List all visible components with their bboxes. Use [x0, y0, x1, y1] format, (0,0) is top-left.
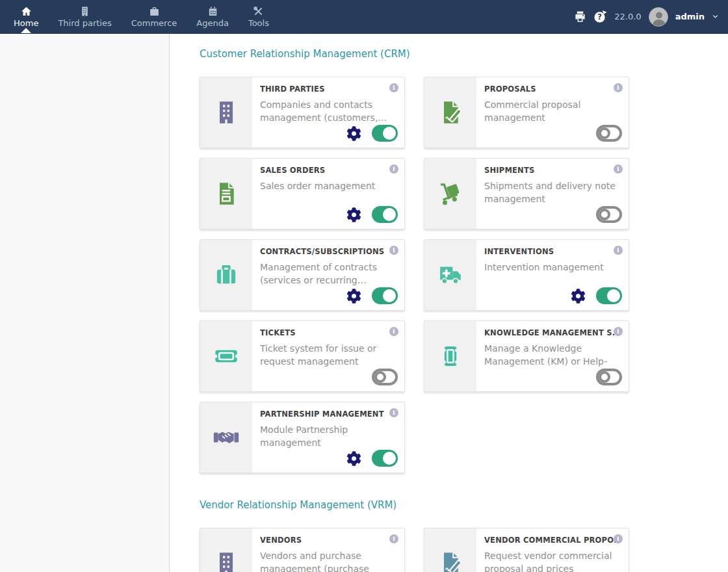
building-icon	[79, 6, 90, 17]
module-title: SHIPMENTS	[484, 166, 621, 175]
module-description: Sales order management	[260, 179, 396, 192]
module-description: Commercial proposal management	[484, 98, 621, 124]
module-icon	[200, 77, 252, 148]
section-title: Customer Relationship Management (CRM)	[200, 48, 728, 60]
module-description: Companies and contacts management (custo…	[260, 98, 396, 124]
main-menu: Home Third parties Commerce Agenda Tools	[0, 0, 279, 33]
module-icon	[200, 528, 252, 572]
dolly-icon	[437, 181, 463, 207]
module-icon	[424, 77, 476, 148]
settings-gear-icon[interactable]	[346, 289, 361, 304]
module-card-body: INTERVENTIONS i Intervention management	[476, 240, 629, 310]
section-title: Vendor Relationship Management (VRM)	[200, 499, 728, 511]
module-toggle[interactable]	[372, 450, 398, 467]
info-icon[interactable]: i	[389, 83, 398, 92]
module-icon	[424, 240, 476, 310]
module-card-body: VENDOR COMMERCIAL PROPO... i Request ven…	[476, 528, 629, 572]
module-icon	[200, 321, 252, 391]
module-description: Module Partnership management	[260, 423, 396, 449]
ticket-vertical-icon	[437, 343, 463, 369]
module-section: Customer Relationship Management (CRM) T…	[200, 48, 728, 473]
module-title: PARTNERSHIP MANAGEMENT	[260, 410, 396, 419]
toggle-knob	[607, 289, 620, 302]
module-card: VENDOR COMMERCIAL PROPO... i Request ven…	[424, 528, 629, 572]
nav-item-tools[interactable]: Tools	[239, 0, 279, 33]
user-menu[interactable]: admin	[675, 12, 705, 21]
avatar[interactable]	[649, 7, 668, 27]
chevron-down-icon[interactable]	[712, 13, 719, 20]
module-description: Vendors and purchase management (purchas…	[260, 549, 396, 572]
module-card-footer	[346, 125, 398, 142]
module-description: Ticket system for issue or request manag…	[260, 342, 396, 368]
module-card-body: SALES ORDERS i Sales order management	[252, 159, 404, 229]
info-icon[interactable]: i	[614, 246, 623, 255]
nav-item-home[interactable]: Home	[4, 0, 48, 33]
info-icon[interactable]: i	[614, 534, 623, 543]
top-navbar: Home Third parties Commerce Agenda Tools…	[0, 0, 728, 34]
toggle-knob	[383, 127, 396, 140]
info-icon[interactable]: i	[614, 164, 623, 174]
module-card-body: KNOWLEDGE MANAGEMENT S... i Manage a Kno…	[476, 321, 629, 391]
module-card: KNOWLEDGE MANAGEMENT S... i Manage a Kno…	[424, 320, 629, 392]
module-toggle[interactable]	[372, 206, 398, 223]
tools-icon	[253, 6, 264, 17]
module-card-footer	[596, 369, 622, 385]
help-icon[interactable]	[593, 10, 607, 23]
module-toggle[interactable]	[596, 206, 622, 223]
module-card-body: TICKETS i Ticket system for issue or req…	[252, 321, 404, 391]
building-icon	[213, 99, 239, 125]
module-grid: VENDORS i Vendors and purchase managemen…	[200, 528, 728, 572]
module-card-footer	[372, 369, 398, 385]
module-card-body: THIRD PARTIES i Companies and contacts m…	[252, 77, 404, 148]
info-icon[interactable]: i	[614, 327, 623, 336]
module-toggle[interactable]	[596, 369, 622, 385]
truck-medical-icon	[437, 262, 463, 288]
toggle-knob	[383, 289, 396, 302]
nav-item-commerce[interactable]: Commerce	[122, 0, 187, 33]
module-card-body: PARTNERSHIP MANAGEMENT i Module Partners…	[252, 402, 404, 473]
building-icon	[213, 551, 239, 572]
navbar-right: 22.0.0 admin	[574, 0, 728, 33]
info-icon[interactable]: i	[614, 83, 623, 92]
settings-gear-icon[interactable]	[346, 126, 361, 141]
module-card: VENDORS i Vendors and purchase managemen…	[200, 528, 405, 572]
settings-gear-icon[interactable]	[346, 207, 361, 222]
module-toggle[interactable]	[372, 287, 398, 304]
module-toggle[interactable]	[372, 125, 398, 142]
module-grid: THIRD PARTIES i Companies and contacts m…	[200, 77, 728, 473]
briefcase-icon	[149, 6, 160, 17]
info-icon[interactable]: i	[389, 534, 398, 543]
settings-gear-icon[interactable]	[571, 289, 586, 304]
module-toggle[interactable]	[372, 369, 398, 385]
module-card: CONTRACTS/SUBSCRIPTIONS i Management of …	[200, 239, 405, 311]
nav-item-agenda[interactable]: Agenda	[187, 0, 239, 33]
home-icon	[21, 6, 32, 17]
module-toggle[interactable]	[596, 125, 622, 142]
modules-setup-page: Customer Relationship Management (CRM) T…	[170, 34, 728, 572]
module-card: PARTNERSHIP MANAGEMENT i Module Partners…	[200, 402, 405, 473]
module-title: VENDOR COMMERCIAL PROPO...	[484, 536, 621, 545]
nav-item-label: Tools	[248, 19, 269, 28]
settings-gear-icon[interactable]	[346, 451, 361, 466]
version-label: 22.0.0	[614, 12, 641, 21]
nav-item-label: Commerce	[131, 19, 177, 28]
print-icon[interactable]	[574, 10, 586, 23]
nav-item-label: Agenda	[196, 19, 229, 28]
info-icon[interactable]: i	[389, 246, 398, 255]
toggle-knob	[599, 209, 610, 220]
info-icon[interactable]: i	[389, 408, 398, 417]
toggle-knob	[599, 127, 610, 139]
module-card-body: VENDORS i Vendors and purchase managemen…	[252, 528, 404, 572]
module-card-footer	[596, 206, 622, 223]
file-invoice-icon	[213, 181, 239, 207]
module-toggle[interactable]	[596, 287, 622, 304]
module-card: SALES ORDERS i Sales order management	[200, 158, 405, 229]
nav-item-label: Third parties	[58, 19, 111, 28]
nav-item-third-parties[interactable]: Third parties	[48, 0, 121, 33]
info-icon[interactable]: i	[389, 327, 398, 336]
module-card: SHIPMENTS i Shipments and delivery note …	[424, 158, 629, 229]
info-icon[interactable]: i	[389, 164, 398, 174]
module-title: INTERVENTIONS	[484, 247, 621, 256]
toggle-knob	[374, 371, 386, 383]
module-title: PROPOSALS	[484, 84, 621, 94]
